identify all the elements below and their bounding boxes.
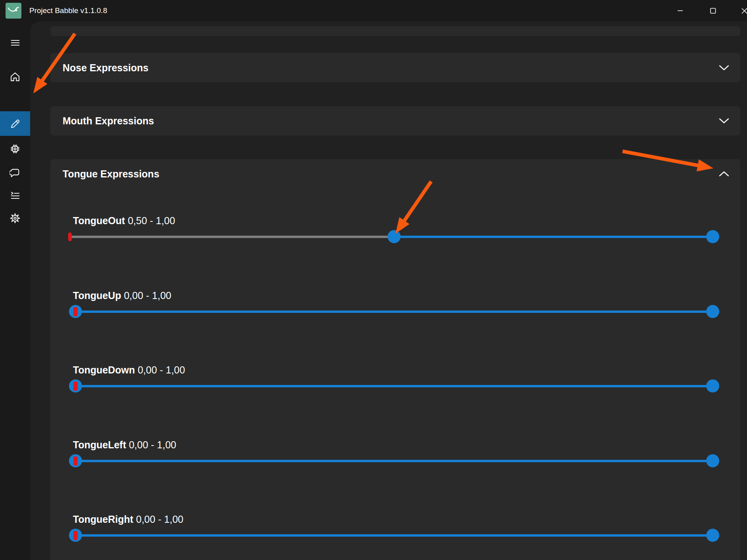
slider-rail-active[interactable] — [75, 385, 713, 387]
sidebar-item-home[interactable] — [0, 67, 30, 87]
slider-label-tonguedown: TongueDown 0,00 - 1,00 — [73, 364, 185, 377]
slider-rail-active[interactable] — [75, 460, 713, 462]
sidebar-item-feedback[interactable] — [0, 163, 30, 183]
sidebar — [0, 21, 30, 560]
close-icon — [741, 8, 747, 14]
pencil-icon — [10, 118, 21, 129]
title-bar: Project Babble v1.1.0.8 — [0, 0, 747, 21]
home-icon — [10, 71, 21, 82]
section-mouth-expressions: Mouth Expressions — [50, 106, 740, 135]
range-slider-tonguedown[interactable] — [50, 378, 740, 394]
sidebar-item-calibration[interactable] — [0, 111, 30, 136]
maximize-button[interactable] — [704, 0, 722, 21]
chevron-up-icon[interactable] — [719, 171, 729, 177]
chevron-down-icon[interactable] — [719, 65, 729, 71]
slider-thumb-upper[interactable] — [706, 305, 719, 318]
slider-thumb-upper[interactable] — [706, 379, 719, 392]
section-title: Nose Expressions — [63, 62, 149, 74]
slider-rail-active[interactable] — [75, 534, 713, 537]
hamburger-icon — [10, 38, 21, 48]
slider-thumb-upper[interactable] — [706, 230, 719, 243]
value-indicator-dot — [68, 232, 72, 241]
section-title: Tongue Expressions — [63, 168, 159, 180]
slider-thumb-lower[interactable] — [388, 230, 401, 243]
slider-rail-active[interactable] — [75, 310, 713, 313]
chat-icon — [10, 168, 21, 179]
slider-rail-inactive[interactable] — [70, 236, 394, 238]
value-indicator-dot — [73, 531, 78, 540]
range-slider-tongueup[interactable] — [50, 304, 740, 320]
value-indicator-dot — [73, 381, 78, 391]
window-title: Project Babble v1.1.0.8 — [29, 0, 107, 21]
sidebar-item-menu[interactable] — [0, 32, 30, 53]
section-header-mouth[interactable]: Mouth Expressions — [50, 106, 740, 135]
section-tongue-expressions: Tongue Expressions TongueOut 0,50 - 1,00… — [50, 159, 740, 560]
minimize-button[interactable] — [671, 0, 690, 21]
section-title: Mouth Expressions — [63, 115, 154, 127]
close-button[interactable] — [735, 0, 747, 21]
sidebar-item-output[interactable] — [0, 185, 30, 206]
content-panel: Nose Expressions Mouth Expressions Tongu… — [30, 21, 747, 560]
maximize-icon — [710, 8, 716, 14]
range-slider-tongueout[interactable] — [50, 229, 740, 245]
section-header-tongue[interactable]: Tongue Expressions — [50, 159, 740, 189]
slider-label-tongueup: TongueUp 0,00 - 1,00 — [73, 290, 171, 303]
section-header-nose[interactable]: Nose Expressions — [50, 53, 740, 82]
range-slider-tongueleft[interactable] — [50, 453, 740, 469]
slider-rail-active[interactable] — [394, 236, 713, 238]
slider-label-tongueright: TongueRight 0,00 - 1,00 — [73, 514, 183, 526]
minimize-icon — [678, 8, 683, 13]
sidebar-item-algorithm[interactable] — [0, 139, 30, 159]
slider-label-tongueout: TongueOut 0,50 - 1,00 — [73, 215, 175, 228]
slider-thumb-upper[interactable] — [706, 454, 719, 467]
slider-thumb-upper[interactable] — [706, 529, 719, 542]
app-logo-icon — [6, 3, 21, 19]
previous-section-card-edge[interactable] — [50, 26, 740, 36]
chevron-down-icon[interactable] — [719, 118, 729, 124]
range-slider-tongueright[interactable] — [50, 528, 740, 543]
chip-icon — [10, 143, 21, 154]
value-indicator-dot — [73, 307, 78, 316]
value-indicator-dot — [73, 456, 78, 466]
slider-label-tongueleft: TongueLeft 0,00 - 1,00 — [73, 439, 176, 452]
sidebar-item-settings[interactable] — [0, 208, 30, 229]
list-icon — [10, 190, 21, 201]
section-nose-expressions: Nose Expressions — [50, 53, 740, 82]
gear-icon — [10, 213, 21, 224]
